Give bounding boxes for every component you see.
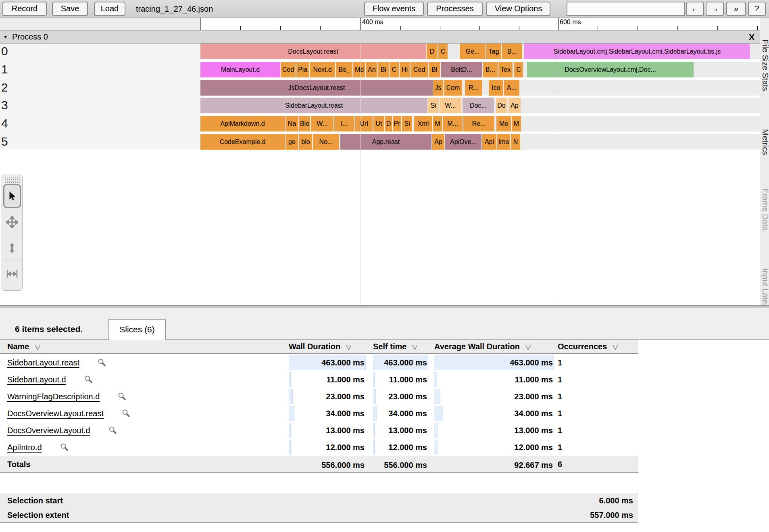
trace-slice[interactable]: blo	[299, 134, 312, 150]
trace-slice[interactable]: JsDocsLayout.reast	[200, 80, 433, 96]
trace-slice[interactable]: ge	[286, 134, 298, 150]
track-row[interactable]: SidebarLayout.reastSiW...Doc...DoAp	[200, 98, 760, 113]
trace-slice[interactable]: Url	[355, 116, 373, 131]
track-row[interactable]: MainLayout.dCodPlaNext.dBs_MdAnBlCHiCodB…	[200, 62, 760, 77]
trace-slice[interactable]: C	[438, 44, 448, 59]
trace-slice[interactable]: Cod	[411, 62, 428, 77]
trace-slice[interactable]: C	[390, 62, 399, 77]
trace-slice[interactable]: Pr	[393, 116, 401, 131]
trace-slice[interactable]: Blo	[299, 116, 310, 131]
trace-slice[interactable]: DocsLayout.reast	[200, 44, 426, 59]
column-header-name[interactable]: Name▽	[7, 340, 40, 353]
trace-slice[interactable]: Ima	[497, 134, 510, 150]
magnifier-icon[interactable]	[122, 409, 131, 418]
trace-slice[interactable]: Ap	[508, 98, 521, 113]
trace-slice[interactable]: ApiOve...	[445, 134, 481, 150]
column-header-occurrences[interactable]: Occurrences▽	[558, 340, 618, 353]
trace-slice[interactable]: Md	[353, 62, 365, 77]
trace-slice[interactable]: MainLayout.d	[200, 62, 280, 77]
search-input[interactable]	[567, 2, 685, 16]
trace-slice[interactable]: D	[385, 116, 392, 131]
trace-slice[interactable]: Me	[496, 116, 511, 131]
trace-slice[interactable]: Do	[496, 98, 507, 113]
track-row[interactable]: JsDocsLayout.reastJsComR...IcoA...	[200, 80, 760, 96]
timeline-ruler[interactable]: 400 ms600 ms	[200, 18, 760, 30]
load-button[interactable]: Load	[94, 2, 125, 16]
slice-name-link[interactable]: SidebarLayout.d	[7, 375, 66, 384]
trace-slice[interactable]: W...	[311, 116, 333, 131]
trace-slice[interactable]: Re...	[463, 116, 494, 131]
trace-slice[interactable]: M...	[443, 116, 463, 131]
record-button[interactable]: Record	[2, 2, 47, 16]
trace-slice[interactable]: BeltD...	[441, 62, 482, 77]
tab-slices[interactable]: Slices (6)	[108, 319, 166, 340]
trace-slice[interactable]: Bs_	[336, 62, 352, 77]
view-options-button[interactable]: View Options	[486, 2, 550, 16]
track-row[interactable]: ApiMarkdown.dNaBloW...I...UrlUtDPrSiXmlM…	[200, 116, 760, 131]
trace-slice[interactable]: Doc...	[463, 98, 494, 113]
trace-slice[interactable]: Ut	[373, 116, 384, 131]
palette-grip-handle[interactable]	[4, 177, 20, 183]
more-options-button[interactable]: »	[726, 2, 746, 16]
magnifier-icon[interactable]	[60, 443, 69, 452]
timing-tool-button[interactable]	[2, 261, 22, 286]
collapse-arrow-icon[interactable]: ▾	[4, 31, 7, 43]
track-row[interactable]: CodeExample.dgebloNo...App.reastApApiOve…	[200, 134, 760, 150]
trace-slice[interactable]: W...	[440, 98, 461, 113]
slice-name-link[interactable]: DocsOverviewLayout.reast	[7, 409, 104, 418]
slice-name-link[interactable]: DocsOverviewLayout.d	[7, 426, 90, 435]
trace-slice[interactable]: Ico	[489, 80, 503, 96]
pan-tool-button[interactable]	[2, 209, 22, 235]
trace-slice[interactable]: ApiMarkdown.d	[200, 116, 285, 131]
trace-slice[interactable]: Tag	[486, 44, 501, 59]
column-header-wall-duration[interactable]: Wall Duration▽	[289, 340, 351, 353]
processes-button[interactable]: Processes	[427, 2, 483, 16]
trace-slice[interactable]: Cod	[281, 62, 296, 77]
trace-slice[interactable]: M	[512, 116, 521, 131]
trace-slice[interactable]: Na	[286, 116, 298, 131]
trace-slice[interactable]: Pla	[296, 62, 309, 77]
trace-slice[interactable]: D	[427, 44, 438, 59]
trace-slice[interactable]: SidebarLayout.reast	[200, 98, 427, 113]
trace-slice[interactable]: An	[366, 62, 377, 77]
trace-slice[interactable]: Xml	[414, 116, 432, 131]
trace-slice[interactable]: DocsOverviewLayout.cmj,Doc...	[527, 62, 694, 77]
trace-slice[interactable]: Si	[402, 116, 412, 131]
selection-tool-button[interactable]	[3, 184, 21, 208]
slice-name-link[interactable]: WarningFlagDescription.d	[7, 392, 100, 401]
trace-slice[interactable]: M	[433, 116, 442, 131]
magnifier-icon[interactable]	[108, 426, 117, 435]
help-button[interactable]: ?	[748, 2, 766, 16]
find-next-button[interactable]: →	[706, 2, 724, 16]
column-header-average-wall-duration[interactable]: Average Wall Duration▽	[434, 340, 531, 353]
sidebar-tab-file-size-stats[interactable]: File Size Stats	[761, 40, 769, 91]
slice-name-link[interactable]: SidebarLayout.reast	[7, 358, 79, 367]
sidebar-tab-frame-data[interactable]: Frame Data	[761, 188, 769, 231]
trace-slice[interactable]: Bl	[378, 62, 389, 77]
trace-slice[interactable]: Com	[444, 80, 462, 96]
magnifier-icon[interactable]	[118, 392, 127, 401]
trace-slice[interactable]: A...	[504, 80, 519, 96]
trace-slice[interactable]: B...	[483, 62, 498, 77]
trace-slice[interactable]: CodeExample.d	[200, 134, 285, 150]
trace-slice[interactable]: Si	[428, 98, 439, 113]
process-close-button[interactable]: X	[747, 31, 756, 43]
sidebar-tab-metrics[interactable]: Metrics	[761, 129, 769, 155]
trace-slice[interactable]: Hi	[400, 62, 410, 77]
trace-slice[interactable]: Ap	[432, 134, 444, 150]
find-previous-button[interactable]: ←	[686, 2, 704, 16]
pane-splitter-handle[interactable]	[0, 305, 769, 308]
trace-slice[interactable]: SidebarLayout.cmj,SidebarLayout.cmi,Side…	[524, 44, 750, 59]
magnifier-icon[interactable]	[84, 375, 93, 384]
column-header-self-time[interactable]: Self time▽	[373, 340, 417, 353]
save-button[interactable]: Save	[52, 2, 88, 16]
trace-slice[interactable]: C	[514, 62, 523, 77]
trace-slice[interactable]: Js	[433, 80, 443, 96]
trace-slice[interactable]: B...	[502, 44, 522, 59]
slice-name-link[interactable]: ApiIntro.d	[7, 443, 42, 452]
magnifier-icon[interactable]	[98, 358, 106, 367]
trace-slice[interactable]: Api	[482, 134, 496, 150]
trace-slice[interactable]: R...	[465, 80, 482, 96]
trace-slice[interactable]: Tex	[498, 62, 513, 77]
trace-slice[interactable]: No...	[313, 134, 339, 150]
